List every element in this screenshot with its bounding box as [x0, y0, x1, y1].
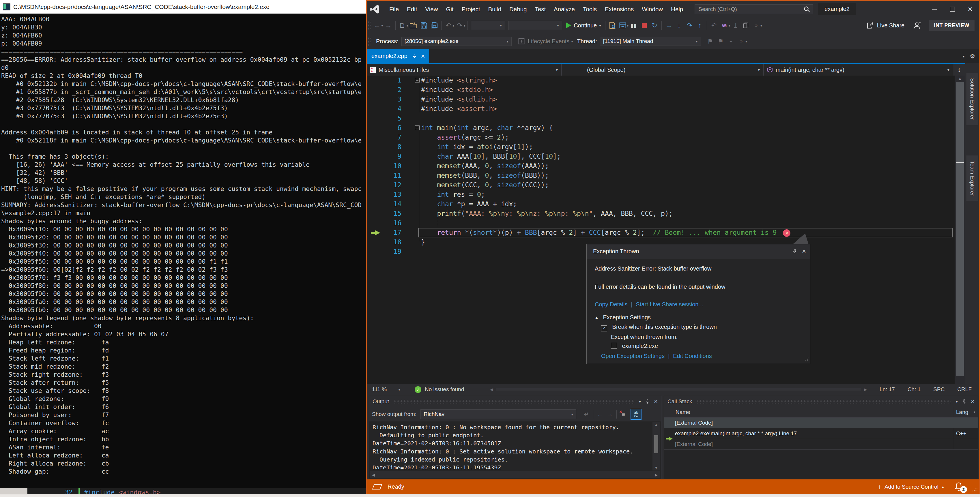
- solution-configurations-dropdown[interactable]: ▾: [471, 21, 505, 30]
- issues-label[interactable]: No issues found: [425, 386, 464, 392]
- split-editor-handle[interactable]: ↕: [953, 64, 965, 76]
- column-indicator[interactable]: Ch: 1: [908, 386, 921, 392]
- menu-window[interactable]: Window: [638, 1, 667, 17]
- toolbar-overflow-button[interactable]: »: [751, 20, 762, 30]
- tab-solution-explorer[interactable]: Solution Explorer: [966, 73, 978, 125]
- step-into-button[interactable]: ↓: [674, 20, 684, 30]
- editor-vertical-scrollbar[interactable]: ▲: [955, 76, 965, 384]
- menu-analyze[interactable]: Analyze: [550, 1, 579, 17]
- caret-column-button[interactable]: ⌶: [730, 20, 741, 30]
- code-line-16[interactable]: 16: [367, 218, 955, 228]
- code-line-11[interactable]: 11 memset(BBB, 0, sizeof(BBB));: [367, 171, 955, 180]
- attach-to-process-button[interactable]: [607, 20, 617, 30]
- search-input[interactable]: [695, 4, 813, 14]
- menu-edit[interactable]: Edit: [403, 1, 421, 17]
- menu-build[interactable]: Build: [484, 1, 505, 17]
- menu-extensions[interactable]: Extensions: [601, 1, 638, 17]
- window-position-dropdown-icon[interactable]: ▾: [639, 399, 641, 404]
- pin-icon[interactable]: [412, 54, 417, 59]
- open-folder-button[interactable]: [408, 20, 419, 30]
- fold-collapse-icon[interactable]: −: [415, 125, 420, 130]
- resize-grip[interactable]: [972, 486, 977, 492]
- glyph-margin[interactable]: [367, 228, 387, 237]
- code-line-1[interactable]: 1−#include <string.h>: [367, 76, 955, 85]
- code-line-15[interactable]: 15 printf("AAA: %p\ny: %p\nz: %p\np: %p\…: [367, 209, 955, 218]
- code-line-9[interactable]: 9 char AAA[10], BBB[10], CCC[10];: [367, 152, 955, 161]
- glyph-margin[interactable]: [367, 237, 387, 247]
- redo-button[interactable]: ↷: [455, 20, 465, 30]
- code-line-5[interactable]: 5: [367, 114, 955, 123]
- exception-popup-titlebar[interactable]: Exception Thrown ×: [587, 245, 810, 259]
- clear-all-icon[interactable]: ≡×: [619, 409, 628, 419]
- code-line-12[interactable]: 12 memset(CCC, 0, sizeof(CCC));: [367, 180, 955, 190]
- code-line-8[interactable]: 8 int idx = atoi(argv[1]);: [367, 142, 955, 152]
- previous-message-icon[interactable]: ←: [595, 409, 605, 419]
- glyph-margin[interactable]: [367, 123, 387, 133]
- glyph-margin[interactable]: [367, 104, 387, 114]
- code-line-6[interactable]: 6−int main(int argc, char **argv) {: [367, 123, 955, 133]
- close-button[interactable]: ×: [961, 1, 979, 17]
- scroll-up-icon[interactable]: ▲: [955, 76, 965, 81]
- break-checkbox[interactable]: ✓: [601, 326, 607, 332]
- toolbar-grip[interactable]: [368, 37, 371, 46]
- member-dropdown[interactable]: main(int argc, char ** argv) ▾: [764, 64, 953, 76]
- close-icon[interactable]: ×: [654, 398, 658, 405]
- toolbar-overflow-button[interactable]: »: [736, 36, 746, 46]
- minimize-button[interactable]: [926, 1, 943, 17]
- glyph-margin[interactable]: [367, 247, 387, 256]
- glyph-margin[interactable]: [367, 76, 387, 85]
- glyph-margin[interactable]: [367, 199, 387, 209]
- exception-error-icon[interactable]: ×: [783, 229, 791, 237]
- lifecycle-events-label[interactable]: Lifecycle Events: [528, 38, 570, 45]
- glyph-margin[interactable]: [367, 142, 387, 152]
- call-stack-row-2[interactable]: [External Code]: [664, 439, 978, 450]
- flag-icon[interactable]: ⚑: [715, 36, 726, 46]
- close-icon[interactable]: ×: [802, 247, 806, 255]
- step-out-button[interactable]: ↑: [695, 20, 705, 30]
- word-wrap-toggle[interactable]: ab c↵: [630, 409, 641, 420]
- project-dropdown[interactable]: Miscellaneous Files ▾: [367, 64, 562, 76]
- expander-icon[interactable]: ▲: [595, 315, 598, 319]
- glyph-margin[interactable]: [367, 161, 387, 171]
- horizontal-scrollbar[interactable]: [496, 388, 861, 391]
- glyph-margin[interactable]: [367, 209, 387, 218]
- line-indicator[interactable]: Ln: 17: [880, 386, 895, 392]
- open-exception-settings-link[interactable]: Open Exception Settings: [601, 353, 665, 359]
- edit-conditions-link[interactable]: Edit Conditions: [673, 353, 712, 359]
- break-all-windows-button[interactable]: [617, 20, 628, 30]
- save-button[interactable]: [419, 20, 429, 30]
- show-next-statement-button[interactable]: →: [663, 20, 674, 30]
- space-indicator[interactable]: SPC: [933, 386, 945, 392]
- scroll-left-icon[interactable]: ◀: [372, 473, 375, 477]
- user-account-icon[interactable]: [913, 21, 921, 29]
- notifications-button[interactable]: 2: [954, 482, 964, 492]
- undo-button[interactable]: ↶: [443, 20, 453, 30]
- output-horizontal-scrollbar[interactable]: ◀ ▶: [370, 471, 660, 478]
- menu-test[interactable]: Test: [531, 1, 550, 17]
- glyph-margin[interactable]: [367, 85, 387, 95]
- code-map-button[interactable]: ≋: [719, 20, 730, 30]
- menu-help[interactable]: Help: [667, 1, 687, 17]
- name-column-header[interactable]: Name: [676, 409, 690, 415]
- scroll-down-icon[interactable]: ▼: [652, 465, 660, 470]
- exception-settings-header[interactable]: Exception Settings: [603, 314, 651, 321]
- pin-icon[interactable]: [645, 399, 650, 404]
- fold-collapse-icon[interactable]: −: [415, 78, 420, 83]
- scroll-right-icon[interactable]: ▶: [655, 473, 658, 477]
- scroll-right-icon[interactable]: ▶: [864, 387, 867, 392]
- toggle-current-thread-button[interactable]: ⌁: [726, 36, 736, 46]
- eol-indicator[interactable]: CRLF: [957, 386, 972, 392]
- output-source-dropdown[interactable]: RichNav ▾: [420, 409, 576, 419]
- thread-dropdown[interactable]: [11916] Main Thread ▾: [600, 37, 701, 46]
- scrollbar-thumb[interactable]: [654, 435, 658, 453]
- glyph-margin[interactable]: [367, 218, 387, 228]
- next-message-icon[interactable]: →: [605, 409, 615, 419]
- document-health-icon[interactable]: ✓: [415, 386, 421, 393]
- restart-button[interactable]: ↻: [649, 20, 660, 30]
- menu-debug[interactable]: Debug: [505, 1, 531, 17]
- panel-drag-handle[interactable]: [394, 400, 634, 403]
- output-content[interactable]: RichNav Information: 0 : No workspace fo…: [372, 423, 649, 469]
- menu-git[interactable]: Git: [442, 1, 457, 17]
- glyph-margin[interactable]: [367, 180, 387, 190]
- glyph-margin[interactable]: [367, 171, 387, 180]
